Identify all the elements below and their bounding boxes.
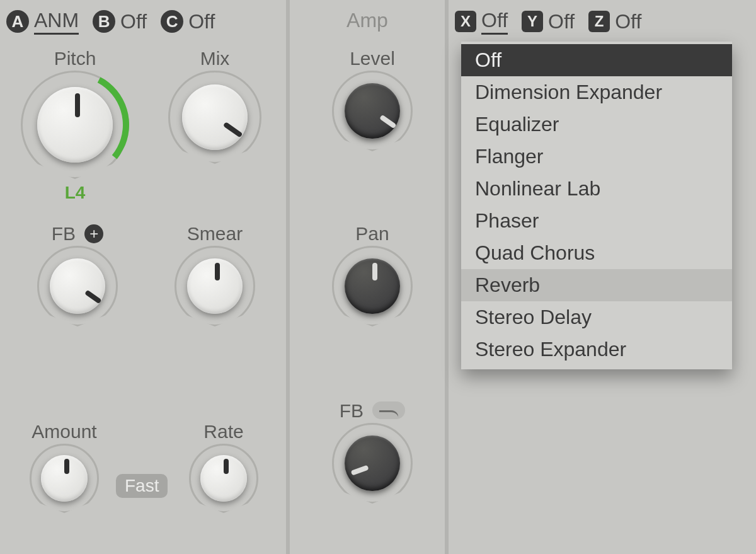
- fx-slot-x[interactable]: X Off: [455, 9, 508, 35]
- slot-letter-b: B: [93, 10, 115, 33]
- fb-curve-icon[interactable]: [372, 401, 405, 419]
- fx-slot-y[interactable]: Y Off: [522, 10, 575, 33]
- knob-mix[interactable]: Mix: [161, 48, 268, 164]
- fx-module-panel-left: A ANM B Off C Off Pitch L4 Mix FB: [0, 0, 290, 554]
- slot-letter-c: C: [161, 10, 183, 33]
- knob-pan-label: Pan: [325, 223, 420, 245]
- slot-letter-a: A: [6, 10, 29, 33]
- fx-slot-row-abc: A ANM B Off C Off: [0, 0, 286, 35]
- fx-menu-item[interactable]: Nonlinear Lab: [461, 173, 732, 205]
- knob-amp-fb[interactable]: FB: [325, 400, 420, 504]
- knob-smear-label: Smear: [168, 223, 262, 245]
- knob-rate[interactable]: Rate: [183, 421, 265, 513]
- knob-fb-label: FB +: [30, 223, 125, 245]
- knob-level-label: Level: [325, 48, 420, 69]
- knob-fb[interactable]: FB +: [30, 223, 125, 326]
- knob-level[interactable]: Level: [325, 48, 420, 151]
- fx-type-dropdown[interactable]: OffDimension ExpanderEqualizerFlangerNon…: [461, 42, 732, 369]
- fb-polarity-icon[interactable]: +: [84, 224, 103, 243]
- slot-letter-y: Y: [522, 11, 543, 32]
- knob-amp-fb-label: FB: [325, 400, 420, 422]
- fx-menu-item[interactable]: Off: [461, 44, 732, 76]
- fx-slot-c[interactable]: C Off: [161, 10, 215, 33]
- knob-pan[interactable]: Pan: [325, 223, 420, 326]
- fx-menu-item[interactable]: Stereo Delay: [461, 301, 732, 333]
- slot-label-a: ANM: [34, 9, 79, 35]
- slot-label-y: Off: [548, 10, 575, 33]
- fx-menu-item[interactable]: Stereo Expander: [461, 333, 732, 366]
- slot-label-b: Off: [120, 10, 147, 33]
- knob-pitch-mod-indicator[interactable]: L4: [65, 183, 86, 203]
- knob-rate-label: Rate: [183, 421, 265, 442]
- fx-module-panel-right: X Off Y Off Z Off OffDimension ExpanderE…: [449, 0, 756, 554]
- rate-mode-toggle[interactable]: Fast: [116, 474, 168, 498]
- slot-label-z: Off: [615, 10, 641, 33]
- fx-slot-b[interactable]: B Off: [93, 10, 147, 33]
- fx-menu-item[interactable]: Flanger: [461, 141, 732, 173]
- amp-panel: Amp Level Pan FB: [290, 0, 449, 554]
- knob-pitch-label: Pitch: [15, 48, 135, 69]
- slot-letter-x: X: [455, 11, 476, 32]
- knob-pitch[interactable]: Pitch L4: [15, 48, 135, 203]
- fx-menu-item[interactable]: Dimension Expander: [461, 76, 732, 108]
- fx-menu-item[interactable]: Phaser: [461, 205, 732, 237]
- fx-menu-item[interactable]: Quad Chorus: [461, 237, 732, 269]
- fx-menu-item[interactable]: Equalizer: [461, 108, 732, 141]
- slot-label-x: Off: [481, 9, 508, 35]
- amp-title: Amp: [290, 0, 445, 32]
- knob-amount-label: Amount: [20, 421, 108, 442]
- slot-label-c: Off: [188, 10, 215, 33]
- fx-slot-z[interactable]: Z Off: [588, 10, 641, 33]
- slot-letter-z: Z: [588, 11, 610, 32]
- knob-amount[interactable]: Amount: [20, 421, 108, 513]
- fx-menu-item[interactable]: Reverb: [461, 269, 732, 301]
- knob-mix-label: Mix: [161, 48, 268, 69]
- fx-slot-row-xyz: X Off Y Off Z Off: [449, 0, 756, 35]
- fx-slot-a[interactable]: A ANM: [6, 9, 79, 35]
- knob-smear[interactable]: Smear: [168, 223, 262, 326]
